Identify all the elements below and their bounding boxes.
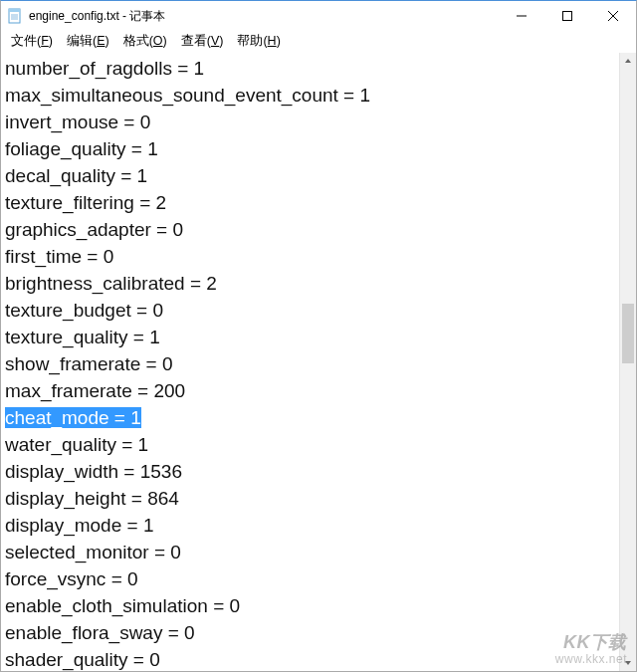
notepad-window: engine_config.txt - 记事本 文件(F) 编辑(E) 格式(O…: [0, 0, 637, 672]
text-editor[interactable]: number_of_ragdolls = 1max_simultaneous_s…: [1, 53, 619, 671]
maximize-button[interactable]: [544, 1, 590, 31]
editor-line[interactable]: texture_filtering = 2: [5, 189, 615, 216]
editor-line[interactable]: invert_mouse = 0: [5, 109, 615, 135]
menu-edit[interactable]: 编辑(E): [61, 32, 115, 51]
window-title: engine_config.txt - 记事本: [29, 8, 165, 25]
minimize-button[interactable]: [499, 1, 544, 31]
editor-line[interactable]: foliage_quality = 1: [5, 135, 615, 162]
menubar: 文件(F) 编辑(E) 格式(O) 查看(V) 帮助(H): [1, 31, 636, 53]
editor-line[interactable]: force_vsync = 0: [5, 565, 615, 592]
scroll-track[interactable]: [620, 70, 636, 654]
menu-view[interactable]: 查看(V): [175, 32, 230, 51]
editor-line[interactable]: enable_flora_sway = 0: [5, 619, 615, 646]
editor-line[interactable]: display_width = 1536: [5, 458, 615, 485]
editor-line[interactable]: brightness_calibrated = 2: [5, 270, 615, 297]
svg-rect-1: [9, 9, 20, 12]
editor-line[interactable]: shader_quality = 0: [5, 646, 615, 671]
menu-file[interactable]: 文件(F): [5, 32, 59, 51]
menu-format[interactable]: 格式(O): [117, 32, 173, 51]
editor-line[interactable]: water_quality = 1: [5, 431, 615, 458]
editor-line[interactable]: texture_quality = 1: [5, 324, 615, 350]
editor-line[interactable]: number_of_ragdolls = 1: [5, 55, 615, 82]
editor-line[interactable]: max_framerate = 200: [5, 377, 615, 404]
editor-line[interactable]: display_mode = 1: [5, 512, 615, 539]
close-button[interactable]: [590, 1, 636, 31]
titlebar[interactable]: engine_config.txt - 记事本: [1, 1, 636, 31]
editor-line[interactable]: selected_monitor = 0: [5, 539, 615, 565]
editor-line[interactable]: enable_cloth_simulation = 0: [5, 592, 615, 619]
editor-line[interactable]: cheat_mode = 1: [5, 404, 615, 431]
scroll-down-button[interactable]: [620, 654, 636, 671]
notepad-icon: [7, 8, 23, 24]
svg-marker-10: [625, 661, 631, 665]
editor-area: number_of_ragdolls = 1max_simultaneous_s…: [1, 53, 636, 671]
window-controls: [499, 1, 636, 31]
menu-help[interactable]: 帮助(H): [231, 32, 286, 51]
editor-line[interactable]: graphics_adapter = 0: [5, 216, 615, 243]
editor-line[interactable]: texture_budget = 0: [5, 297, 615, 324]
scroll-thumb[interactable]: [622, 304, 634, 363]
scroll-up-button[interactable]: [620, 53, 636, 70]
editor-line[interactable]: first_time = 0: [5, 243, 615, 270]
svg-rect-6: [563, 12, 572, 21]
editor-line[interactable]: display_height = 864: [5, 485, 615, 512]
svg-marker-9: [625, 59, 631, 63]
editor-line[interactable]: max_simultaneous_sound_event_count = 1: [5, 82, 615, 109]
vertical-scrollbar[interactable]: [619, 53, 636, 671]
editor-line[interactable]: show_framerate = 0: [5, 350, 615, 377]
editor-line[interactable]: decal_quality = 1: [5, 162, 615, 189]
